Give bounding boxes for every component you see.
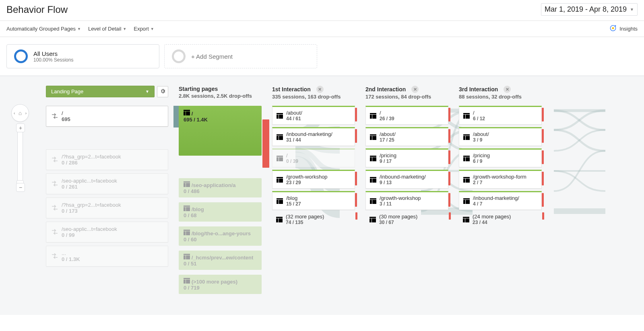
node-stats: 0 / 719 — [184, 285, 257, 291]
behavior-flow-canvas[interactable]: ‹ ⌂ › + − — [0, 76, 644, 315]
page-node[interactable]: / 695 / 1.4K — [179, 106, 262, 156]
node-path: /growth-workshop — [286, 174, 351, 180]
segment-circle-icon — [14, 49, 28, 63]
node-path: /blog/the-o...ange-yours — [192, 230, 251, 236]
node-stats: 74 / 135 — [286, 220, 351, 225]
zoom-out-button[interactable]: − — [16, 183, 25, 192]
dimension-node[interactable]: /?hsa_grp=2...t=facebook 0 / 286 — [46, 149, 168, 170]
column-title: 2nd Interaction — [365, 86, 406, 93]
flow-arrows-icon — [51, 156, 58, 163]
page-node[interactable]: (>100 more pages) 0 / 719 — [179, 275, 262, 294]
insights-button[interactable]: Insights — [609, 24, 638, 33]
date-range-picker[interactable]: Mar 1, 2019 - Apr 8, 2019 ▼ — [541, 3, 638, 16]
nav-left-icon: ‹ — [14, 111, 15, 115]
page-icon — [277, 156, 283, 161]
node-path: /?hsa_grp=2...t=facebook — [62, 202, 163, 208]
chevron-down-icon: ▼ — [145, 89, 149, 94]
page-node[interactable]: / 26 / 39 — [365, 106, 448, 125]
page-node[interactable]: /growth-workshop 3 / 11 — [365, 191, 448, 210]
home-nav-button[interactable]: ‹ ⌂ › — [11, 104, 29, 122]
dimension-node[interactable]: / 695 — [46, 106, 168, 127]
chevron-down-icon: ▼ — [123, 27, 126, 31]
segment-all-users[interactable]: All Users 100.00% Sessions — [6, 44, 159, 68]
column-close-button[interactable]: ✕ — [316, 86, 324, 93]
page-icon — [184, 110, 190, 115]
page-node[interactable]: /blog 15 / 27 — [272, 191, 355, 210]
page-node[interactable]: /inbound-marketing/ 4 / 7 — [459, 191, 542, 210]
zoom-slider[interactable]: + − — [17, 127, 23, 188]
date-range-label: Mar 1, 2019 - Apr 8, 2019 — [545, 5, 627, 14]
svg-point-5 — [615, 25, 616, 27]
dimension-settings-button[interactable] — [157, 86, 168, 97]
node-path: (>100 more pages) — [192, 279, 238, 285]
node-stats: 23 / 29 — [286, 180, 351, 185]
level-of-detail-dropdown[interactable]: Level of Detail▼ — [88, 26, 126, 32]
dimension-node[interactable]: /seo-applic...t=facebook 0 / 261 — [46, 173, 168, 194]
node-path: /blog — [192, 206, 204, 212]
chevron-down-icon: ▼ — [151, 27, 154, 31]
page-title: Behavior Flow — [6, 4, 68, 15]
page-node[interactable]: /blog 0 / 68 — [179, 202, 262, 222]
page-node[interactable]: /pricing 6 / 9 — [459, 148, 542, 167]
node-stats: 0 / 261 — [62, 184, 163, 190]
chevron-down-icon: ▼ — [77, 27, 81, 31]
add-segment-button[interactable]: + Add Segment — [164, 44, 317, 68]
node-path: /inbound-marketing/ — [380, 174, 444, 180]
node-stats: 9 / 17 — [380, 158, 444, 164]
page-node[interactable]: /inbound-marketing/ 31 / 44 — [272, 127, 355, 146]
home-icon: ⌂ — [19, 110, 22, 116]
zoom-in-button[interactable]: + — [16, 123, 25, 132]
page-node[interactable]: /pricing 9 / 17 — [365, 148, 448, 167]
page-node[interactable]: /_hcms/prev...ew/content 0 / 51 — [179, 251, 262, 270]
node-stats: 6 / 12 — [473, 116, 537, 121]
column-close-button[interactable]: ✕ — [411, 86, 419, 93]
export-dropdown[interactable]: Export▼ — [134, 26, 154, 32]
column-close-button[interactable]: ✕ — [504, 86, 511, 93]
page-node[interactable]: / 6 / 12 — [459, 106, 542, 125]
page-icon — [370, 177, 376, 183]
node-path: (32 more pages) — [286, 214, 351, 220]
page-icon — [277, 177, 283, 183]
node-path: / — [473, 110, 537, 116]
dimension-dropdown[interactable]: Landing Page ▼ — [46, 86, 155, 97]
node-path: / — [62, 110, 163, 116]
page-node[interactable]: /about/ 44 / 61 — [272, 106, 355, 125]
node-path: /about/ — [286, 110, 351, 116]
segment-title: All Users — [33, 50, 73, 57]
page-icon — [277, 134, 283, 140]
node-stats: 26 / 39 — [380, 116, 444, 121]
dimension-node[interactable]: ... 0 / 1.3K — [46, 246, 168, 267]
node-path: /?hsa_grp=2...t=facebook — [62, 154, 163, 160]
gear-icon — [160, 88, 166, 95]
node-stats: 31 / 44 — [286, 137, 351, 143]
page-icon — [184, 181, 190, 187]
dimension-node[interactable]: /?hsa_grp=2...t=facebook 0 / 173 — [46, 197, 168, 218]
page-node[interactable]: /blog/the-o...ange-yours 0 / 60 — [179, 226, 262, 246]
node-stats: 0 / 486 — [184, 188, 257, 194]
page-icon — [463, 113, 470, 119]
node-stats: 0 / 60 — [184, 236, 257, 243]
dimension-node[interactable]: /seo-applic...t=facebook 0 / 99 — [46, 222, 168, 243]
node-stats: 0 / 68 — [184, 212, 257, 218]
page-node[interactable]: /about/ 17 / 25 — [365, 127, 448, 146]
grouped-pages-dropdown[interactable]: Automatically Grouped Pages▼ — [6, 26, 81, 32]
page-node[interactable]: (24 more pages) 23 / 44 — [459, 212, 542, 228]
page-node[interactable]: /growth-workshop-form 2 / 7 — [459, 170, 542, 189]
page-node[interactable]: /seo-application/a 0 / 486 — [179, 178, 262, 197]
page-node[interactable]: / 0 / 39 — [272, 148, 355, 167]
column-title: Starting pages — [179, 86, 262, 92]
page-node[interactable]: /growth-workshop 23 / 29 — [272, 170, 355, 189]
page-icon — [370, 134, 376, 140]
node-stats: 695 — [62, 116, 163, 122]
nav-right-icon: › — [25, 111, 27, 115]
page-node[interactable]: (32 more pages) 74 / 135 — [272, 212, 355, 228]
page-node[interactable]: /about/ 3 / 9 — [459, 127, 542, 146]
node-path: (24 more pages) — [473, 214, 538, 220]
page-icon — [184, 278, 190, 284]
page-node[interactable]: (30 more pages) 30 / 67 — [365, 212, 448, 228]
node-stats: 3 / 11 — [380, 201, 444, 207]
node-stats: 0 / 173 — [62, 208, 163, 214]
node-path: /about/ — [473, 131, 537, 137]
page-node[interactable]: /inbound-marketing/ 9 / 13 — [365, 170, 448, 189]
segment-circle-icon — [172, 49, 186, 63]
